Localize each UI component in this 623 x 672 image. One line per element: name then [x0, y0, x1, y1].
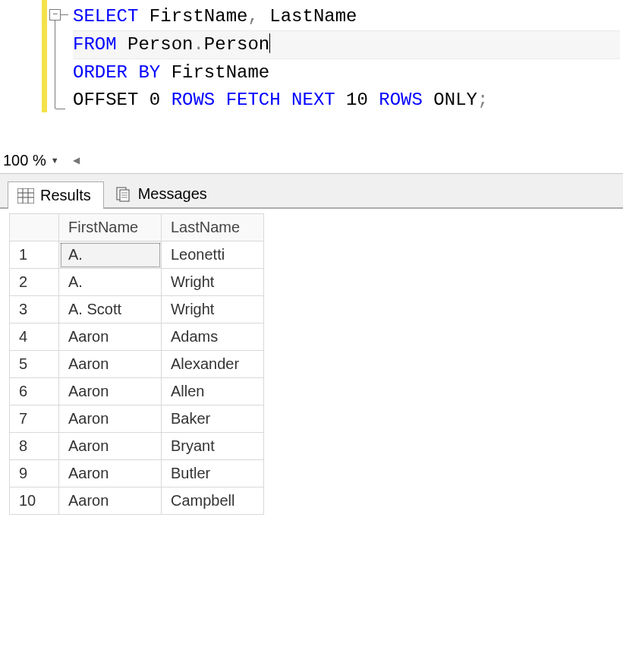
- chevron-down-icon: ▼: [51, 156, 59, 165]
- fold-connector: [61, 14, 68, 15]
- tab-results[interactable]: Results: [8, 181, 104, 209]
- document-icon: [115, 187, 132, 202]
- sql-editor[interactable]: SELECT FirstName, LastNameFROM Person.Pe…: [47, 0, 623, 117]
- tab-messages[interactable]: Messages: [105, 180, 220, 207]
- ssms-window: − SELECT FirstName, LastNameFROM Person.…: [0, 0, 623, 518]
- cell[interactable]: Aaron: [59, 323, 162, 351]
- results-grid[interactable]: FirstNameLastName 1A.Leonetti2A.Wright3A…: [9, 213, 264, 515]
- row-number[interactable]: 9: [10, 460, 59, 487]
- cell[interactable]: Aaron: [59, 378, 162, 405]
- row-number[interactable]: 10: [10, 487, 59, 515]
- row-number[interactable]: 3: [10, 296, 59, 323]
- table-row[interactable]: 9AaronButler: [10, 460, 264, 487]
- svg-rect-0: [17, 188, 34, 203]
- cell[interactable]: Wright: [162, 296, 264, 323]
- cell[interactable]: A.: [59, 241, 162, 269]
- zoom-dropdown[interactable]: 100 % ▼: [3, 152, 59, 169]
- row-number[interactable]: 7: [10, 405, 59, 433]
- table-row[interactable]: 2A.Wright: [10, 269, 264, 296]
- cell[interactable]: Alexander: [162, 351, 264, 378]
- column-header[interactable]: FirstName: [59, 214, 162, 241]
- editor-gutter: −: [0, 0, 47, 117]
- sql-editor-area: − SELECT FirstName, LastNameFROM Person.…: [0, 0, 623, 117]
- cell[interactable]: Allen: [162, 378, 264, 405]
- cell[interactable]: Campbell: [162, 487, 264, 515]
- table-row[interactable]: 3A. ScottWright: [10, 296, 264, 323]
- cell[interactable]: Butler: [162, 460, 264, 487]
- zoom-bar: 100 % ▼ ◀: [0, 147, 623, 174]
- cell[interactable]: Aaron: [59, 460, 162, 487]
- row-number[interactable]: 6: [10, 378, 59, 405]
- table-row[interactable]: 6AaronAllen: [10, 378, 264, 405]
- row-number[interactable]: 1: [10, 241, 59, 269]
- row-number[interactable]: 2: [10, 269, 59, 296]
- scroll-left-icon[interactable]: ◀: [73, 155, 80, 166]
- column-header[interactable]: LastName: [162, 214, 264, 241]
- table-row[interactable]: 4AaronAdams: [10, 323, 264, 351]
- row-number[interactable]: 5: [10, 351, 59, 378]
- cell[interactable]: Leonetti: [162, 241, 264, 269]
- fold-vertical: [55, 21, 55, 109]
- results-tabs: Results Messages: [0, 174, 623, 209]
- cell[interactable]: Bryant: [162, 433, 264, 460]
- cell[interactable]: Aaron: [59, 433, 162, 460]
- row-number[interactable]: 8: [10, 433, 59, 460]
- table-row[interactable]: 8AaronBryant: [10, 433, 264, 460]
- cell[interactable]: A.: [59, 269, 162, 296]
- table-row[interactable]: 5AaronAlexander: [10, 351, 264, 378]
- tab-messages-label: Messages: [138, 185, 207, 203]
- change-indicator: [42, 0, 47, 112]
- fold-end: [55, 109, 65, 109]
- cell[interactable]: A. Scott: [59, 296, 162, 323]
- row-number[interactable]: 4: [10, 323, 59, 351]
- cell[interactable]: Aaron: [59, 405, 162, 433]
- zoom-value: 100 %: [3, 152, 46, 169]
- header-row: FirstNameLastName: [10, 214, 264, 241]
- cell[interactable]: Wright: [162, 269, 264, 296]
- table-row[interactable]: 1A.Leonetti: [10, 241, 264, 269]
- cell[interactable]: Aaron: [59, 351, 162, 378]
- cell[interactable]: Adams: [162, 323, 264, 351]
- results-panel: FirstNameLastName 1A.Leonetti2A.Wright3A…: [0, 209, 623, 518]
- tab-results-label: Results: [40, 187, 91, 204]
- grid-icon: [17, 188, 34, 203]
- table-row[interactable]: 7AaronBaker: [10, 405, 264, 433]
- cell[interactable]: Baker: [162, 405, 264, 433]
- table-row[interactable]: 10AaronCampbell: [10, 487, 264, 515]
- cell[interactable]: Aaron: [59, 487, 162, 515]
- row-number-header[interactable]: [10, 214, 59, 241]
- fold-toggle[interactable]: −: [49, 9, 61, 21]
